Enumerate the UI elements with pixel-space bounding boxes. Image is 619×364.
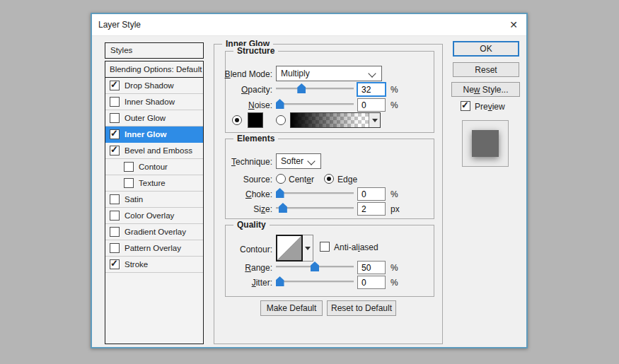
contour-preview[interactable] bbox=[276, 235, 303, 262]
size-unit: px bbox=[391, 204, 400, 214]
dialog-titlebar[interactable]: Layer Style ✕ bbox=[92, 14, 526, 36]
jitter-input[interactable] bbox=[357, 276, 386, 289]
slider-thumb[interactable] bbox=[276, 99, 284, 109]
make-default-button[interactable]: Make Default bbox=[260, 300, 323, 316]
ok-button[interactable]: OK bbox=[453, 41, 519, 57]
slider-thumb[interactable] bbox=[276, 188, 284, 198]
slider-track[interactable] bbox=[276, 207, 354, 209]
noise-input[interactable] bbox=[357, 98, 386, 112]
sidebar-item-texture[interactable]: Texture bbox=[105, 175, 203, 192]
sidebar-item-label: Gradient Overlay bbox=[125, 228, 186, 236]
gradient-radio[interactable] bbox=[276, 115, 286, 125]
sidebar-item-label: Bevel and Emboss bbox=[125, 146, 192, 155]
range-label: Range: bbox=[212, 263, 272, 274]
checkbox[interactable] bbox=[110, 259, 120, 269]
source-edge-label[interactable]: Edge bbox=[337, 175, 357, 185]
choke-unit: % bbox=[391, 189, 398, 199]
checkbox[interactable] bbox=[110, 227, 120, 237]
contour-dropdown-button[interactable] bbox=[303, 235, 313, 262]
technique-label: Technique: bbox=[212, 157, 272, 168]
slider-thumb[interactable] bbox=[297, 83, 306, 93]
source-center-label[interactable]: Center bbox=[289, 175, 314, 185]
slider-thumb[interactable] bbox=[276, 276, 284, 286]
source-center-radio[interactable] bbox=[276, 174, 286, 184]
blend-mode-dropdown[interactable]: Multiply bbox=[276, 66, 382, 81]
styles-list: Blending Options: Default Drop Shadow In… bbox=[105, 61, 204, 344]
preview-checkbox[interactable] bbox=[461, 101, 470, 111]
range-unit: % bbox=[391, 263, 398, 273]
slider-thumb[interactable] bbox=[311, 262, 319, 271]
sidebar-item-color-overlay[interactable]: Color Overlay bbox=[105, 208, 203, 224]
range-input[interactable] bbox=[357, 261, 386, 274]
checkbox[interactable] bbox=[110, 129, 120, 139]
reset-button[interactable]: Reset bbox=[453, 62, 519, 77]
glow-color-swatch[interactable] bbox=[248, 112, 263, 128]
gradient-picker[interactable] bbox=[290, 112, 381, 128]
jitter-label: Jitter: bbox=[212, 278, 272, 288]
slider-track[interactable] bbox=[276, 192, 354, 194]
size-input[interactable] bbox=[357, 202, 386, 216]
size-slider[interactable] bbox=[276, 202, 354, 213]
slider-thumb[interactable] bbox=[279, 203, 287, 213]
blend-mode-label: Blend Mode: bbox=[212, 69, 272, 80]
new-style-button[interactable]: New Style... bbox=[451, 82, 520, 97]
checkbox[interactable] bbox=[110, 194, 120, 204]
sidebar-item-stroke[interactable]: Stroke bbox=[105, 257, 203, 273]
technique-dropdown[interactable]: Softer bbox=[276, 153, 321, 169]
checkbox[interactable] bbox=[110, 211, 120, 221]
sidebar-item-label: Color Overlay bbox=[125, 211, 174, 220]
checkbox[interactable] bbox=[124, 162, 134, 172]
choke-slider[interactable] bbox=[276, 187, 354, 199]
sidebar-item-label: Drop Shadow bbox=[125, 81, 174, 90]
close-icon[interactable]: ✕ bbox=[504, 16, 523, 33]
solid-color-radio[interactable] bbox=[232, 115, 242, 125]
slider-track[interactable] bbox=[276, 103, 354, 105]
noise-label: Noise: bbox=[212, 100, 272, 111]
preview-label[interactable]: Preview bbox=[475, 102, 505, 112]
choke-input[interactable] bbox=[357, 187, 386, 201]
jitter-slider[interactable] bbox=[276, 276, 354, 287]
contour-picker[interactable] bbox=[276, 235, 313, 262]
contour-label: Contour: bbox=[212, 245, 272, 255]
sidebar-item-contour[interactable]: Contour bbox=[105, 159, 203, 175]
elements-legend: Elements bbox=[233, 134, 278, 143]
opacity-label: Opacity: bbox=[212, 85, 272, 95]
gradient-dropdown-button[interactable] bbox=[369, 113, 380, 127]
range-slider[interactable] bbox=[276, 261, 354, 272]
quality-legend: Quality bbox=[233, 220, 270, 230]
source-edge-radio[interactable] bbox=[324, 174, 334, 184]
checkbox[interactable] bbox=[110, 81, 120, 90]
sidebar-item-label: Texture bbox=[139, 179, 166, 187]
checkbox[interactable] bbox=[124, 178, 134, 188]
checkbox[interactable] bbox=[110, 113, 120, 123]
choke-label: Choke: bbox=[212, 189, 272, 200]
sidebar-item-bevel-and-emboss[interactable]: Bevel and Emboss bbox=[105, 143, 203, 159]
dropdown-arrow-icon bbox=[372, 119, 378, 122]
opacity-input[interactable] bbox=[357, 83, 386, 96]
blend-mode-value: Multiply bbox=[281, 69, 310, 78]
anti-aliased-checkbox[interactable] bbox=[320, 242, 330, 252]
opacity-slider[interactable] bbox=[276, 83, 354, 94]
gradient-preview[interactable] bbox=[291, 113, 369, 127]
checkbox[interactable] bbox=[110, 146, 120, 155]
checkbox[interactable] bbox=[110, 243, 120, 253]
sidebar-item-inner-shadow[interactable]: Inner Shadow bbox=[105, 94, 203, 110]
sidebar-item-inner-glow[interactable]: Inner Glow bbox=[105, 127, 203, 143]
slider-track[interactable] bbox=[276, 88, 354, 90]
noise-unit: % bbox=[391, 100, 398, 110]
anti-aliased-label[interactable]: Anti-aliased bbox=[334, 242, 378, 253]
preview-thumbnail bbox=[462, 120, 509, 167]
sidebar-item-pattern-overlay[interactable]: Pattern Overlay bbox=[105, 240, 203, 257]
sidebar-item-gradient-overlay[interactable]: Gradient Overlay bbox=[105, 224, 203, 240]
sidebar-item-outer-glow[interactable]: Outer Glow bbox=[105, 110, 203, 127]
noise-slider[interactable] bbox=[276, 98, 354, 110]
sidebar-item-drop-shadow[interactable]: Drop Shadow bbox=[105, 78, 203, 94]
sidebar-item-label: Satin bbox=[125, 195, 143, 204]
sidebar-item-label: Inner Shadow bbox=[125, 98, 175, 106]
sidebar-item-label: Stroke bbox=[125, 260, 148, 269]
checkbox[interactable] bbox=[110, 97, 120, 107]
slider-track[interactable] bbox=[276, 281, 354, 283]
sidebar-item-blending-options[interactable]: Blending Options: Default bbox=[105, 61, 203, 78]
sidebar-item-satin[interactable]: Satin bbox=[105, 192, 203, 208]
reset-to-default-button[interactable]: Reset to Default bbox=[327, 300, 396, 316]
